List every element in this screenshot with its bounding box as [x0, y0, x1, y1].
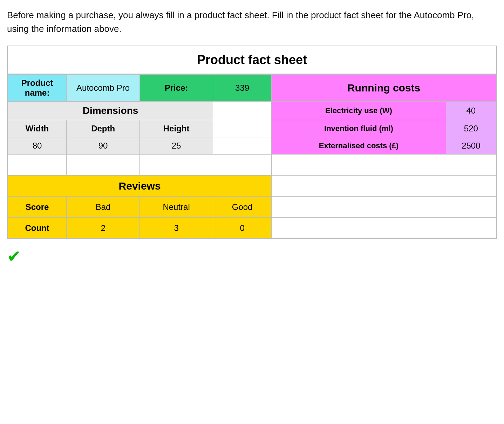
empty-4 — [213, 155, 272, 176]
reviews-header-row: Reviews — [8, 176, 496, 197]
bad-label: Bad — [67, 197, 140, 218]
reviews-label: Reviews — [8, 176, 272, 197]
electricity-label: Electricity use (W) — [272, 102, 446, 120]
width-label: Width — [8, 120, 67, 137]
fact-sheet-container: Product fact sheet Product name: Autocom… — [7, 46, 497, 239]
sheet-title: Product fact sheet — [8, 46, 496, 74]
count-row: Count 2 3 0 — [8, 218, 496, 239]
header-row: Product name: Autocomb Pro Price: 339 Ru… — [8, 75, 496, 102]
bad-count: 2 — [67, 218, 140, 239]
price-label: Price: — [140, 75, 213, 102]
electricity-value: 40 — [446, 102, 496, 120]
intro-text: Before making a purchase, you always fil… — [7, 8, 497, 36]
empty-cell-1 — [213, 102, 272, 120]
empty-cell-2 — [213, 120, 272, 137]
score-label: Score — [8, 197, 67, 218]
empty-6 — [446, 155, 496, 176]
product-name-label: Product name: — [8, 75, 67, 102]
neutral-count: 3 — [140, 218, 213, 239]
empty-1 — [8, 155, 67, 176]
empty-5 — [272, 155, 446, 176]
invention-fluid-label: Invention fluid (ml) — [272, 120, 446, 137]
product-name-value: Autocomb Pro — [67, 75, 140, 102]
dim-headers-row: Width Depth Height Invention fluid (ml) … — [8, 120, 496, 137]
price-value: 339 — [213, 75, 272, 102]
invention-fluid-value: 520 — [446, 120, 496, 137]
depth-label: Depth — [67, 120, 140, 137]
good-label: Good — [213, 197, 272, 218]
dimensions-label: Dimensions — [8, 102, 213, 120]
running-costs-label: Running costs — [272, 75, 496, 102]
dim-values-row: 80 90 25 Externalised costs (£) 2500 — [8, 137, 496, 155]
externalised-label: Externalised costs (£) — [272, 137, 446, 155]
dimensions-row: Dimensions Electricity use (W) 40 — [8, 102, 496, 120]
empty-cell-3 — [213, 137, 272, 155]
score-row: Score Bad Neutral Good — [8, 197, 496, 218]
empty-rc-5 — [272, 218, 446, 239]
height-value: 25 — [140, 137, 213, 155]
width-value: 80 — [8, 137, 67, 155]
empty-row — [8, 155, 496, 176]
good-count: 0 — [213, 218, 272, 239]
empty-rc-3 — [272, 197, 446, 218]
empty-3 — [140, 155, 213, 176]
count-label: Count — [8, 218, 67, 239]
empty-rc-1 — [272, 176, 446, 197]
empty-rc-2 — [446, 176, 496, 197]
empty-rc-4 — [446, 197, 496, 218]
empty-2 — [67, 155, 140, 176]
depth-value: 90 — [67, 137, 140, 155]
checkmark-icon: ✔ — [7, 246, 21, 266]
height-label: Height — [140, 120, 213, 137]
externalised-value: 2500 — [446, 137, 496, 155]
main-table: Product name: Autocomb Pro Price: 339 Ru… — [8, 74, 496, 239]
empty-rc-6 — [446, 218, 496, 239]
neutral-label: Neutral — [140, 197, 213, 218]
